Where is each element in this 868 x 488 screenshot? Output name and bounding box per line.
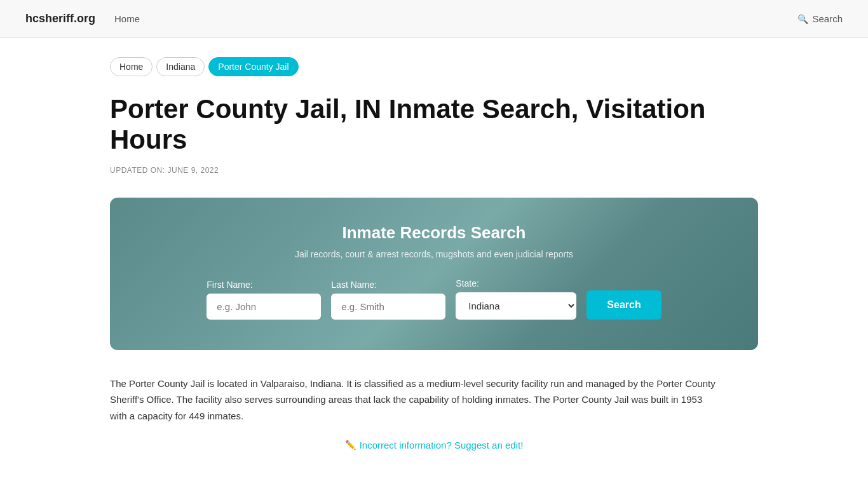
first-name-group: First Name:	[207, 280, 321, 320]
nav-home-link[interactable]: Home	[114, 13, 140, 24]
breadcrumb-porter-county[interactable]: Porter County Jail	[208, 57, 298, 76]
site-logo[interactable]: hcsheriff.org	[25, 12, 95, 25]
search-icon: 🔍	[797, 14, 808, 24]
breadcrumb: Home Indiana Porter County Jail	[110, 57, 758, 76]
state-label: State:	[456, 278, 576, 288]
nav-bar: hcsheriff.org Home 🔍 Search	[0, 0, 868, 38]
last-name-group: Last Name:	[331, 280, 445, 320]
description-text: The Porter County Jail is located in Val…	[110, 376, 720, 424]
edit-link[interactable]: ✏️ Incorrect information? Suggest an edi…	[345, 440, 524, 451]
nav-search-area[interactable]: 🔍 Search	[797, 13, 843, 24]
first-name-label: First Name:	[207, 280, 321, 290]
inmate-search-subtitle: Jail records, court & arrest records, mu…	[148, 249, 720, 259]
breadcrumb-home[interactable]: Home	[110, 57, 153, 76]
state-select[interactable]: Indiana Illinois Ohio Michigan Wisconsin	[456, 292, 576, 320]
search-form: First Name: Last Name: State: Indiana Il…	[148, 278, 720, 320]
state-group: State: Indiana Illinois Ohio Michigan Wi…	[456, 278, 576, 320]
nav-search-label: Search	[812, 13, 843, 24]
inmate-search-box: Inmate Records Search Jail records, cour…	[110, 198, 758, 350]
first-name-input[interactable]	[207, 294, 321, 320]
search-button[interactable]: Search	[587, 290, 661, 320]
edit-link-text: Incorrect information? Suggest an edit!	[360, 440, 524, 451]
edit-link-container: ✏️ Incorrect information? Suggest an edi…	[110, 439, 758, 451]
updated-date-value: JUNE 9, 2022	[167, 166, 219, 175]
inmate-search-title: Inmate Records Search	[148, 223, 720, 243]
last-name-input[interactable]	[331, 294, 445, 320]
main-content: Home Indiana Porter County Jail Porter C…	[85, 38, 783, 488]
last-name-label: Last Name:	[331, 280, 445, 290]
pencil-icon: ✏️	[345, 440, 356, 450]
updated-date: UPDATED ON: JUNE 9, 2022	[110, 166, 758, 175]
page-title: Porter County Jail, IN Inmate Search, Vi…	[110, 94, 758, 156]
breadcrumb-indiana[interactable]: Indiana	[156, 57, 205, 76]
updated-label: UPDATED ON:	[110, 166, 165, 175]
